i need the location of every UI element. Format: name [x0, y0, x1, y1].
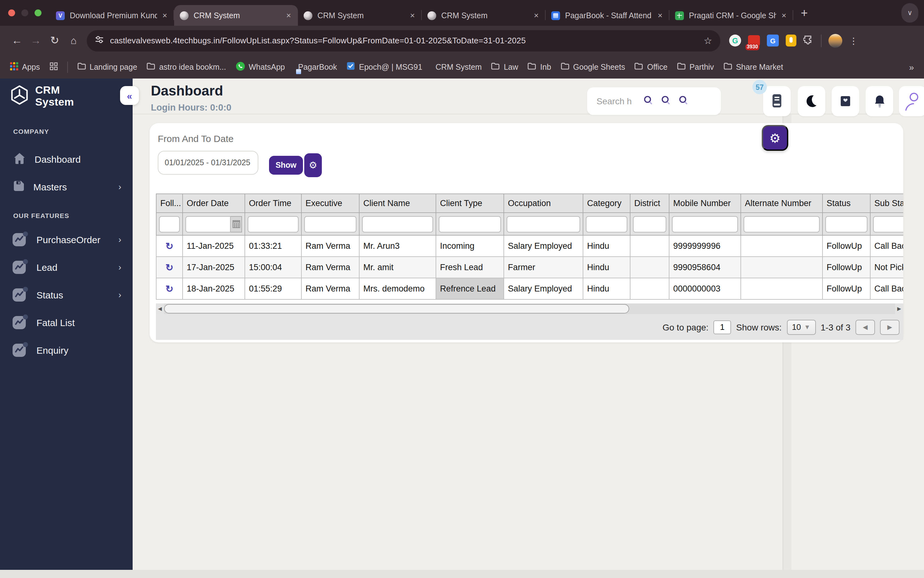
column-header[interactable]: Order Time	[245, 194, 301, 213]
table-cell[interactable]: FollowUp	[823, 278, 870, 299]
scroll-left-icon[interactable]: ◀	[156, 304, 164, 314]
new-tab-button[interactable]: +	[801, 4, 808, 23]
search-icon[interactable]	[661, 95, 671, 107]
sidebar-item-lead[interactable]: Lead›	[0, 253, 133, 281]
sidebar-item-masters[interactable]: Masters›	[0, 173, 133, 200]
rows-per-page-select[interactable]: 10▼	[787, 320, 815, 334]
bookmark-star-icon[interactable]: ☆	[704, 35, 712, 46]
column-header[interactable]: District	[630, 194, 669, 213]
table-cell[interactable]: Hindu	[583, 257, 630, 278]
table-cell[interactable]: Ram Verma	[301, 235, 359, 257]
table-cell[interactable]: Fresh Lead	[436, 257, 504, 278]
bookmark-item[interactable]: PagarBook	[294, 63, 337, 71]
tab-close-icon[interactable]: ×	[780, 11, 787, 20]
table-row[interactable]: ↻18-Jan-202501:55:29Ram VermaMrs. demode…	[156, 278, 903, 299]
table-cell[interactable]: Hindu	[583, 235, 630, 257]
table-cell[interactable]: 01:33:21	[245, 235, 301, 257]
tab-close-icon[interactable]: ×	[285, 11, 292, 20]
column-header[interactable]: Occupation	[504, 194, 583, 213]
column-header[interactable]: Status	[823, 194, 870, 213]
bookmark-item[interactable]: WhatsApp	[236, 61, 285, 73]
filter-gear-icon[interactable]: ⚙	[304, 153, 322, 177]
mail-extension-icon[interactable]: 3930	[748, 35, 760, 46]
column-filter-input[interactable]	[248, 216, 299, 232]
column-header[interactable]: Order Date	[182, 194, 245, 213]
site-settings-icon[interactable]	[95, 35, 104, 46]
date-range-input[interactable]: 01/01/2025 - 01/31/2025	[158, 151, 258, 175]
column-header[interactable]: Client Name	[359, 194, 436, 213]
search-icon[interactable]	[644, 95, 653, 107]
browser-tab[interactable]: VDownload Premium Kund×	[50, 5, 174, 26]
bookmark-item[interactable]: Law	[491, 62, 518, 71]
table-cell[interactable]: 15:00:04	[245, 257, 301, 278]
browser-tab[interactable]: PagarBook - Staff Attend×	[546, 5, 669, 26]
table-cell[interactable]	[741, 257, 823, 278]
table-cell[interactable]: Farmer	[504, 257, 583, 278]
table-cell[interactable]: Call Back	[870, 235, 903, 257]
column-filter-input[interactable]	[586, 216, 627, 232]
column-header[interactable]: Foll...	[156, 194, 182, 213]
table-horizontal-scrollbar[interactable]: ◀ ▶	[156, 304, 903, 314]
home-icon[interactable]: ⌂	[64, 35, 83, 46]
tab-close-icon[interactable]: ×	[161, 11, 168, 20]
table-cell[interactable]: Salary Employed	[504, 278, 583, 299]
column-filter-input[interactable]	[743, 216, 820, 232]
table-cell[interactable]: Hindu	[583, 278, 630, 299]
tab-close-icon[interactable]: ×	[409, 11, 416, 20]
close-window-button[interactable]	[8, 10, 15, 16]
scrollbar-thumb[interactable]	[164, 304, 629, 313]
sidebar-item-dashboard[interactable]: Dashboard	[0, 145, 133, 173]
column-filter-input[interactable]	[825, 216, 867, 232]
column-filter-input[interactable]	[633, 216, 666, 232]
bookmark-item[interactable]: Epoch@ | MSG91	[346, 62, 422, 72]
profile-button[interactable]	[899, 86, 924, 116]
column-header[interactable]: Client Type	[436, 194, 504, 213]
followup-refresh-icon[interactable]: ↻	[156, 257, 182, 278]
table-row[interactable]: ↻11-Jan-202501:33:21Ram VermaMr. Arun3In…	[156, 235, 903, 257]
table-cell[interactable]	[630, 278, 669, 299]
minimize-window-button[interactable]	[21, 10, 28, 16]
next-page-button[interactable]: ▶	[880, 320, 900, 334]
bookmarks-overflow-icon[interactable]: »	[909, 62, 914, 72]
table-cell[interactable]: FollowUp	[823, 257, 870, 278]
sidebar-item-enquiry[interactable]: Enquiry	[0, 336, 133, 364]
table-cell[interactable]: Refrence Lead	[436, 278, 504, 299]
table-cell[interactable]: Ram Verma	[301, 278, 359, 299]
bookmark-item[interactable]	[49, 62, 57, 72]
previous-page-button[interactable]: ◀	[856, 320, 875, 334]
table-cell[interactable]: 9990958604	[669, 257, 741, 278]
show-button[interactable]: Show	[269, 156, 303, 175]
table-cell[interactable]	[741, 278, 823, 299]
forward-icon[interactable]: →	[26, 34, 45, 47]
bookmark-item[interactable]: Office	[634, 62, 667, 71]
browser-tab[interactable]: CRM System×	[422, 5, 546, 26]
column-header[interactable]: Sub Stat	[870, 194, 903, 213]
column-filter-input[interactable]	[304, 216, 356, 232]
followup-refresh-icon[interactable]: ↻	[156, 278, 182, 299]
browser-menu-icon[interactable]: ⋮	[849, 36, 858, 45]
browser-tab[interactable]: Pragati CRM - Google Sh×	[669, 5, 793, 26]
table-cell[interactable]: Ram Verma	[301, 257, 359, 278]
column-filter-input[interactable]	[873, 216, 903, 232]
column-header[interactable]: Category	[583, 194, 630, 213]
reload-icon[interactable]: ↻	[45, 34, 64, 47]
column-filter-input[interactable]	[672, 216, 738, 232]
mail-button[interactable]	[831, 86, 859, 116]
column-filter-input[interactable]	[507, 216, 580, 232]
table-cell[interactable]: 0000000003	[669, 278, 741, 299]
journal-button[interactable]	[763, 86, 791, 116]
browser-tab[interactable]: CRM System×	[298, 5, 422, 26]
column-header[interactable]: Executive	[301, 194, 359, 213]
table-cell[interactable]: 11-Jan-2025	[182, 235, 245, 257]
table-cell[interactable]: Salary Employed	[504, 235, 583, 257]
url-text[interactable]: castlevalvesweb.4techbugs.in/FollowUpLis…	[110, 36, 698, 45]
column-filter-input[interactable]	[159, 216, 180, 232]
profile-avatar[interactable]	[828, 34, 842, 47]
table-cell[interactable]: Not Pick	[870, 257, 903, 278]
bookmark-item[interactable]: Google Sheets	[561, 62, 625, 71]
sidebar-collapse-button[interactable]: «	[120, 86, 139, 105]
grammarly-extension-icon[interactable]: G	[729, 34, 741, 47]
back-icon[interactable]: ←	[8, 34, 26, 47]
table-cell[interactable]: 17-Jan-2025	[182, 257, 245, 278]
sidebar-item-purchaseorder[interactable]: PurchaseOrder›	[0, 226, 133, 253]
